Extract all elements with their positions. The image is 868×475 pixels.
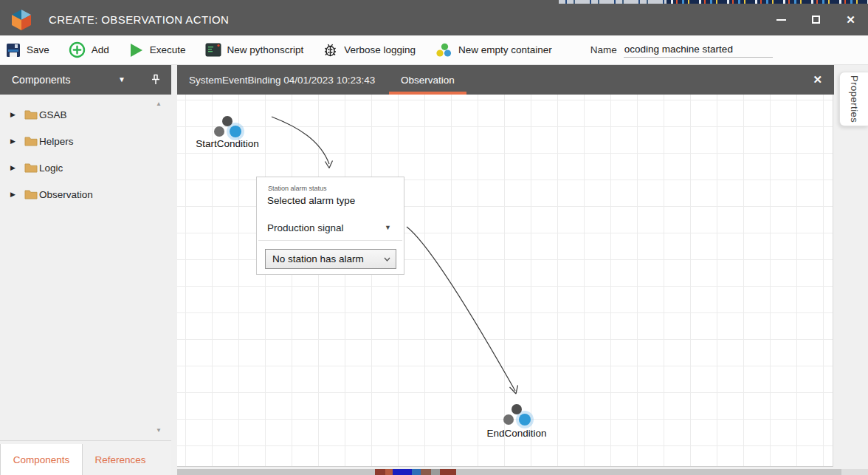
verbose-logging-button[interactable]: Verbose logging: [323, 42, 416, 58]
tab-observation-label: Observation: [401, 75, 455, 86]
tab-references[interactable]: References: [87, 444, 154, 475]
folder-icon: [24, 189, 38, 199]
app-window: CREATE: OBSERVATION ACTION ✕ Save Add: [0, 0, 868, 475]
editor-tabstrip: SystemEventBinding 04/01/2023 10:23:43 O…: [177, 65, 834, 95]
minimize-button[interactable]: [764, 4, 799, 35]
properties-label: Properties: [849, 75, 860, 123]
tab-observation[interactable]: Observation: [389, 65, 466, 95]
folder-icon: [24, 136, 38, 146]
folder-icon: [24, 163, 38, 173]
connector-card-to-end: [407, 227, 515, 391]
titlebar: CREATE: OBSERVATION ACTION ✕: [0, 4, 868, 35]
close-button[interactable]: ✕: [833, 4, 868, 35]
alarm-type-dropdown[interactable]: Production signal: [267, 222, 344, 233]
tree-item-label: Helpers: [39, 136, 74, 147]
save-button[interactable]: Save: [6, 43, 49, 58]
bug-icon: [323, 42, 338, 58]
chevron-down-icon: [384, 257, 390, 262]
components-tree: ▶ GSAB ▶ Helpers ▶ Logic ▶ Observati: [0, 95, 171, 440]
maximize-icon: [812, 16, 820, 24]
arrowhead-icon: [326, 161, 333, 168]
flow-canvas[interactable]: StartCondition EndCondition Station alar…: [177, 95, 833, 467]
tab-components[interactable]: Components: [0, 444, 83, 475]
end-condition-node-icon[interactable]: [503, 404, 534, 428]
components-panel-title: Components: [12, 74, 70, 86]
station-alarm-combobox-value: No station has alarm: [272, 253, 364, 264]
tree-item-label: Logic: [39, 163, 63, 174]
tab-systemeventbinding-label: SystemEventBinding 04/01/2023 10:23:43: [189, 75, 375, 86]
tree-item-label: Observation: [39, 189, 93, 200]
editor-close-button[interactable]: ✕: [813, 65, 822, 95]
scroll-up-icon[interactable]: ▲: [156, 100, 162, 107]
background-bottom-colorful: [375, 469, 456, 475]
new-empty-container-label: New empty container: [458, 44, 552, 55]
name-field-group: Name: [590, 42, 773, 58]
components-panel-header: Components ▼: [0, 65, 171, 95]
left-panel-bottom-tabs: Components References: [0, 440, 171, 475]
start-condition-node-icon[interactable]: [214, 116, 244, 140]
new-pythonscript-label: New pythonscript: [227, 44, 304, 55]
connector-start-to-card: [272, 117, 329, 164]
end-condition-label: EndCondition: [486, 428, 546, 439]
chevron-down-icon[interactable]: ▼: [385, 224, 391, 231]
background-bottom-sliver: [177, 469, 868, 475]
close-icon: ✕: [846, 13, 855, 27]
expand-arrow-icon[interactable]: ▶: [10, 164, 18, 171]
window-title: CREATE: OBSERVATION ACTION: [49, 13, 229, 26]
tab-components-label: Components: [13, 454, 70, 465]
arrowhead-icon: [510, 386, 518, 394]
new-empty-container-button[interactable]: New empty container: [435, 43, 552, 58]
pin-icon[interactable]: [150, 73, 162, 86]
card-title: Selected alarm type: [267, 195, 355, 206]
add-icon: [69, 41, 86, 58]
app-logo-cube-icon: [10, 9, 33, 31]
tree-item-logic[interactable]: ▶ Logic: [0, 157, 155, 179]
tab-systemeventbinding[interactable]: SystemEventBinding 04/01/2023 10:23:43: [189, 65, 375, 95]
background-bottom-light: [841, 469, 868, 475]
verbose-logging-label: Verbose logging: [344, 44, 416, 55]
name-input[interactable]: [624, 42, 773, 58]
properties-side-tab[interactable]: Properties: [839, 72, 868, 126]
station-alarm-card[interactable]: Station alarm status Selected alarm type…: [256, 177, 404, 275]
maximize-button[interactable]: [799, 4, 833, 35]
folder-icon: [24, 109, 38, 120]
new-pythonscript-button[interactable]: New pythonscript: [205, 43, 304, 57]
add-label: Add: [92, 44, 109, 55]
station-alarm-combobox[interactable]: No station has alarm: [265, 249, 396, 269]
expand-arrow-icon[interactable]: ▶: [10, 137, 18, 145]
tree-item-observation[interactable]: ▶ Observation: [0, 183, 155, 205]
card-caption: Station alarm status: [268, 185, 327, 192]
card-divider: [258, 240, 402, 241]
execute-button[interactable]: Execute: [128, 42, 186, 58]
floppy-icon: [6, 43, 21, 58]
toolbar: Save Add Execute New pythonscript: [0, 35, 868, 65]
flow-connectors: [177, 95, 833, 467]
save-label: Save: [27, 44, 49, 55]
chevron-down-icon[interactable]: ▼: [118, 75, 125, 83]
execute-label: Execute: [150, 44, 186, 55]
name-label: Name: [590, 44, 617, 55]
tree-item-gsab[interactable]: ▶ GSAB: [0, 103, 155, 126]
close-icon: ✕: [813, 73, 822, 86]
terminal-icon: [205, 43, 221, 57]
window-controls: ✕: [764, 4, 868, 35]
container-icon: [435, 43, 452, 58]
start-condition-label: StartCondition: [196, 138, 259, 149]
play-icon: [128, 42, 144, 58]
tab-references-label: References: [94, 454, 145, 465]
expand-arrow-icon[interactable]: ▶: [10, 111, 18, 118]
expand-arrow-icon[interactable]: ▶: [10, 191, 18, 198]
add-button[interactable]: Add: [69, 41, 109, 58]
scroll-down-icon[interactable]: ▼: [156, 427, 162, 434]
tree-item-label: GSAB: [39, 109, 67, 120]
tree-item-helpers[interactable]: ▶ Helpers: [0, 130, 155, 152]
minimize-icon: [776, 19, 786, 21]
